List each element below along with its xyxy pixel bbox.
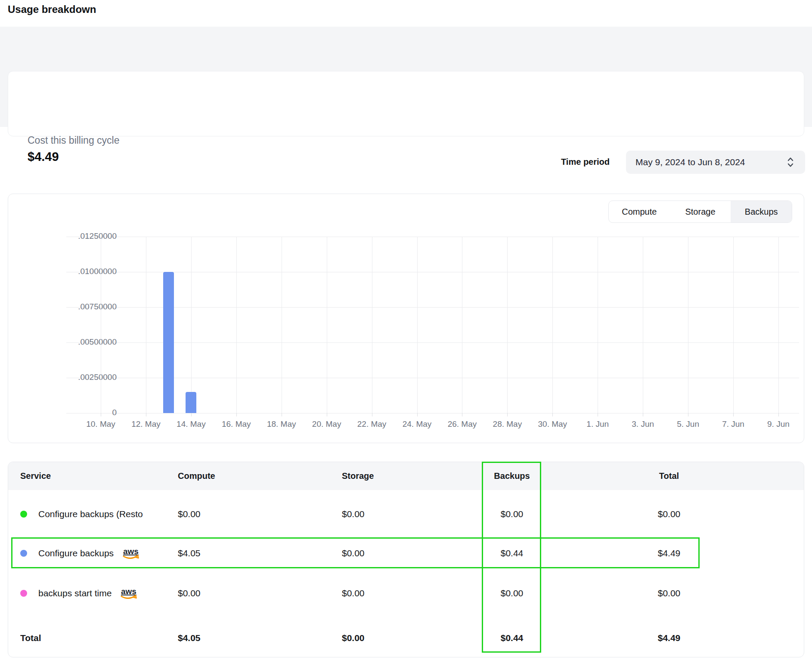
x-axis-tick <box>507 413 508 416</box>
x-axis-tick <box>327 413 327 416</box>
gridline-vertical <box>146 237 146 413</box>
x-axis-tick <box>778 413 779 416</box>
x-axis-tick <box>462 413 462 416</box>
x-axis-tick-label: 10. May <box>75 419 127 429</box>
usage-table-card: Service Compute Storage Backups Total Co… <box>8 462 804 657</box>
column-header-service: Service <box>20 462 175 490</box>
table-row-backups-start-time[interactable]: backups start time aws $0.00 $0.00 $0.00… <box>8 569 804 618</box>
service-name: backups start time <box>38 588 112 598</box>
x-axis-tick <box>236 413 237 416</box>
cost-cycle-value: $4.49 <box>28 150 59 164</box>
gridline-vertical <box>688 237 688 413</box>
storage-cost: $0.00 <box>342 569 428 618</box>
x-axis-tick-label: 24. May <box>391 419 443 429</box>
service-name: Configure backups (Resto <box>38 509 143 519</box>
page-title: Usage breakdown <box>8 3 96 15</box>
gridline-vertical <box>643 237 643 413</box>
x-axis-tick <box>101 413 101 416</box>
x-axis-tick-label: 22. May <box>346 419 398 429</box>
column-header-storage: Storage <box>342 462 428 490</box>
x-axis-tick <box>191 413 192 416</box>
service-name: Configure backups <box>38 548 114 558</box>
usage-bar-14-may[interactable] <box>186 392 196 413</box>
x-axis-tick <box>688 413 688 416</box>
x-axis-tick <box>417 413 418 416</box>
column-header-total: Total <box>626 462 712 490</box>
x-axis-tick-label: 16. May <box>211 419 262 429</box>
svg-text:aws: aws <box>123 547 139 556</box>
gridline-vertical <box>327 237 327 413</box>
compute-total: $4.05 <box>178 618 264 657</box>
x-axis-tick-label: 7. Jun <box>707 419 759 429</box>
y-axis-tick-label: 0 <box>69 408 117 417</box>
x-axis-tick-label: 12. May <box>120 419 172 429</box>
select-updown-icon <box>786 157 795 170</box>
usage-chart-card: Compute Storage Backups .01250000.010000… <box>8 194 804 443</box>
x-axis-tick-label: 14. May <box>165 419 217 429</box>
series-dot-green <box>20 511 27 518</box>
grand-total: $4.49 <box>626 618 712 657</box>
gridline-vertical <box>462 237 462 413</box>
gridline-vertical <box>552 237 553 413</box>
time-period-value: May 9, 2024 to Jun 8, 2024 <box>635 157 745 167</box>
series-dot-pink <box>20 590 27 597</box>
storage-total: $0.00 <box>342 618 428 657</box>
x-axis-tick <box>598 413 598 416</box>
gridline-horizontal <box>66 342 799 343</box>
x-axis-tick <box>146 413 146 416</box>
gridline-horizontal <box>66 378 799 378</box>
x-axis-tick <box>733 413 734 416</box>
aws-logo-icon: aws <box>118 586 139 603</box>
x-axis-tick-label: 20. May <box>301 419 353 429</box>
table-total-row: Total $4.05 $0.00 $0.44 $4.49 <box>8 618 804 657</box>
x-axis-tick-label: 5. Jun <box>662 419 714 429</box>
x-axis-tick-label: 9. Jun <box>753 419 804 429</box>
chart-metric-tabs: Compute Storage Backups <box>608 200 792 223</box>
gridline-vertical <box>101 237 101 413</box>
tab-backups[interactable]: Backups <box>731 201 792 222</box>
usage-bar-13-may[interactable] <box>163 272 174 413</box>
x-axis-tick-label: 28. May <box>481 419 533 429</box>
compute-cost: $0.00 <box>178 490 264 538</box>
time-period-select[interactable]: May 9, 2024 to Jun 8, 2024 <box>626 151 805 174</box>
y-axis-tick-label: .01250000 <box>69 231 117 241</box>
tab-compute[interactable]: Compute <box>609 201 670 222</box>
backups-cost: $0.00 <box>482 569 542 618</box>
backups-cost: $0.44 <box>482 538 542 569</box>
usage-breakdown-page: Usage breakdown Cost this billing cycle … <box>0 0 812 666</box>
total-cost: $0.00 <box>626 569 712 618</box>
x-axis-tick-label: 30. May <box>527 419 578 429</box>
total-cost: $4.49 <box>626 538 712 569</box>
time-period-label: Time period <box>515 157 610 167</box>
column-header-backups: Backups <box>482 462 542 490</box>
gridline-vertical <box>372 237 372 413</box>
y-axis-tick-label: .00250000 <box>69 373 117 382</box>
tab-storage[interactable]: Storage <box>670 201 731 222</box>
compute-cost: $0.00 <box>178 569 264 618</box>
x-axis-tick-label: 1. Jun <box>572 419 623 429</box>
x-axis-tick-label: 26. May <box>436 419 488 429</box>
gridline-horizontal <box>66 413 799 413</box>
y-axis-tick-label: .00500000 <box>69 337 117 347</box>
summary-band: Cost this billing cycle $4.49 <box>0 27 812 127</box>
gridline-horizontal <box>66 272 799 272</box>
gridline-vertical <box>236 237 237 413</box>
gridline-horizontal <box>66 237 799 237</box>
table-row-configure-backups[interactable]: Configure backups aws $4.05 $0.00 $0.44 … <box>8 538 804 569</box>
x-axis-tick <box>643 413 643 416</box>
storage-cost: $0.00 <box>342 538 428 569</box>
table-header-row: Service Compute Storage Backups Total <box>8 462 804 490</box>
y-axis-tick-label: .01000000 <box>69 267 117 276</box>
storage-cost: $0.00 <box>342 490 428 538</box>
gridline-vertical <box>598 237 598 413</box>
x-axis-tick-label: 3. Jun <box>617 419 669 429</box>
backups-total: $0.44 <box>482 618 542 657</box>
svg-text:aws: aws <box>121 587 136 596</box>
gridline-horizontal <box>66 307 799 308</box>
backups-cost: $0.00 <box>482 490 542 538</box>
x-axis-tick-label: 18. May <box>256 419 307 429</box>
total-row-label: Total <box>20 618 175 657</box>
gridline-vertical <box>507 237 508 413</box>
table-row-configure-backups-restored[interactable]: Configure backups (Resto $0.00 $0.00 $0.… <box>8 490 804 538</box>
cost-cycle-label: Cost this billing cycle <box>28 135 119 146</box>
